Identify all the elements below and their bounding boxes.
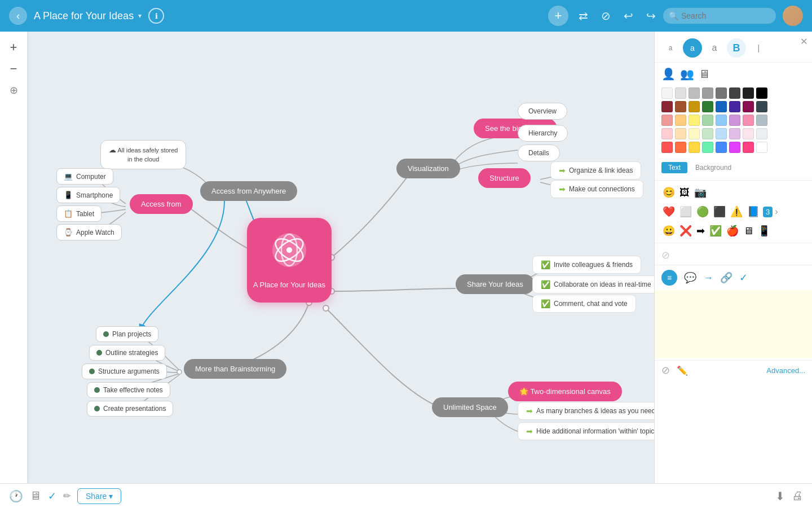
color-swatch[interactable] <box>743 128 754 139</box>
heart-icon[interactable]: ❤️ <box>661 204 676 219</box>
color-swatch[interactable] <box>716 142 727 153</box>
list-icon[interactable]: ≡ <box>661 270 677 286</box>
color-swatch[interactable] <box>729 87 740 99</box>
node-collaborate[interactable]: ✅ Collaborate on ideas in real-time <box>532 275 654 294</box>
person-icon[interactable]: 👤 <box>661 67 676 81</box>
color-swatch[interactable] <box>661 142 673 153</box>
color-swatch[interactable] <box>729 115 740 126</box>
node-unlimited[interactable]: Unlimited Space <box>432 397 508 417</box>
print-button[interactable]: 🖨 <box>792 489 803 502</box>
node-brainstorm[interactable]: More than Brainstorming <box>184 359 286 379</box>
node-invite[interactable]: ✅ Invite colleagues & friends <box>532 256 641 274</box>
node-access-anywhere[interactable]: Access from Anywhere <box>200 181 297 201</box>
color-swatch[interactable] <box>729 128 740 139</box>
zoom-out-button[interactable]: − <box>5 60 23 78</box>
center-node[interactable]: A Place for Your Ideas <box>247 218 332 303</box>
color-swatch[interactable] <box>756 87 767 99</box>
user-avatar[interactable] <box>783 6 803 26</box>
color-swatch[interactable] <box>689 101 700 112</box>
node-structure-args[interactable]: Structure arguments <box>82 364 167 379</box>
color-swatch[interactable] <box>716 115 727 126</box>
color-swatch[interactable] <box>689 115 700 126</box>
color-swatch[interactable] <box>689 142 700 153</box>
color-swatch[interactable] <box>743 142 754 153</box>
color-swatch[interactable] <box>702 87 713 99</box>
node-two-dim[interactable]: 🌟 Two-dimensional canvas <box>508 382 622 401</box>
add-button[interactable]: + <box>548 6 568 26</box>
node-outline[interactable]: Outline strategies <box>89 345 165 361</box>
color-swatch[interactable] <box>675 128 686 139</box>
comment-icon[interactable]: 💬 <box>684 271 696 284</box>
color-swatch[interactable] <box>675 115 686 126</box>
confirm-icon[interactable]: ✓ <box>739 271 748 284</box>
color-swatch[interactable] <box>661 128 673 139</box>
strikethrough-icon[interactable]: ⊘ <box>655 246 812 265</box>
video-icon[interactable]: 📷 <box>693 185 708 200</box>
node-notes[interactable]: Take effective notes <box>87 382 170 398</box>
font-italic[interactable]: | <box>749 39 767 57</box>
panel-close-button[interactable]: ✕ <box>800 36 807 47</box>
font-small-a[interactable]: a <box>661 39 679 57</box>
node-computer[interactable]: 💻 Computer <box>56 168 113 185</box>
color-swatch[interactable] <box>702 115 713 126</box>
color-swatch[interactable] <box>675 142 686 153</box>
monitor-button[interactable]: 🖥 <box>30 489 41 502</box>
info-button[interactable]: ℹ <box>148 8 164 24</box>
monitor-icon[interactable]: 🖥 <box>699 68 710 81</box>
color-swatch[interactable] <box>675 101 686 112</box>
history-button[interactable]: 🕐 <box>9 489 23 503</box>
undo-button[interactable]: ↩ <box>618 6 638 26</box>
node-share[interactable]: Share Your Ideas <box>456 274 535 294</box>
desktop-icon[interactable]: 🖥 <box>742 224 754 238</box>
color-swatch[interactable] <box>716 128 727 139</box>
color-swatch[interactable] <box>743 115 754 126</box>
node-hide[interactable]: ➡ Hide additional information 'within' t… <box>518 422 654 440</box>
color-swatch[interactable] <box>756 128 767 139</box>
download-button[interactable]: ⬇ <box>775 489 785 503</box>
image-icon[interactable]: 🖼 <box>678 186 691 200</box>
node-presentations[interactable]: Create presentations <box>87 401 173 417</box>
fit-view-button[interactable]: ⊕ <box>5 81 23 99</box>
color-swatch[interactable] <box>702 128 713 139</box>
node-smartphone[interactable]: 📱 Smartphone <box>56 187 120 203</box>
x-icon[interactable]: ❌ <box>678 224 693 238</box>
pen-button[interactable]: ✏ <box>63 491 70 501</box>
node-visualization[interactable]: Visualization <box>396 159 460 178</box>
node-applewatch[interactable]: ⌚ Apple Watch <box>56 224 122 240</box>
apple-icon[interactable]: 🍎 <box>725 224 740 238</box>
color-swatch[interactable] <box>689 128 700 139</box>
checkmark-icon[interactable]: ✅ <box>708 224 723 238</box>
node-cloud[interactable]: ☁ All ideas safely storedin the cloud <box>100 140 186 169</box>
advanced-link[interactable]: Advanced... <box>766 366 805 375</box>
color-swatch[interactable] <box>661 115 673 126</box>
font-large-a[interactable]: a <box>705 39 723 57</box>
font-bold-b[interactable]: B <box>727 38 746 58</box>
share-connections-button[interactable]: ⇄ <box>573 6 593 26</box>
green-circle-icon[interactable]: 🟢 <box>695 204 710 219</box>
color-swatch[interactable] <box>702 142 713 153</box>
ban-button[interactable]: ⊘ <box>595 6 616 26</box>
link-icon[interactable]: 🔗 <box>720 271 732 284</box>
node-overview[interactable]: Overview <box>518 103 567 120</box>
people-icon[interactable]: 👥 <box>680 67 694 81</box>
color-swatch[interactable] <box>756 142 767 153</box>
color-swatch[interactable] <box>702 101 713 112</box>
node-tablet[interactable]: 📋 Tablet <box>56 205 102 222</box>
note-area[interactable] <box>655 290 812 358</box>
zoom-in-button[interactable]: + <box>5 38 23 56</box>
color-swatch[interactable] <box>689 87 700 99</box>
grinning-icon[interactable]: 😀 <box>661 224 676 238</box>
background-tab[interactable]: Background <box>689 162 738 173</box>
color-swatch[interactable] <box>675 87 686 99</box>
font-medium-a[interactable]: a <box>683 38 702 58</box>
color-swatch[interactable] <box>661 87 673 99</box>
cancel-icon[interactable]: ⊘ <box>661 364 670 376</box>
color-swatch[interactable] <box>743 101 754 112</box>
node-organize[interactable]: ➡ Organize & link ideas <box>550 161 641 179</box>
arrow-right-icon[interactable]: ➡ <box>695 224 706 238</box>
node-structure[interactable]: Structure <box>478 168 531 188</box>
node-access-from[interactable]: Access from <box>130 194 193 214</box>
title-dropdown-arrow[interactable]: ▾ <box>138 12 142 20</box>
node-branches[interactable]: ➡ As many branches & ideas as you need <box>518 402 654 420</box>
color-swatch[interactable] <box>743 87 754 99</box>
